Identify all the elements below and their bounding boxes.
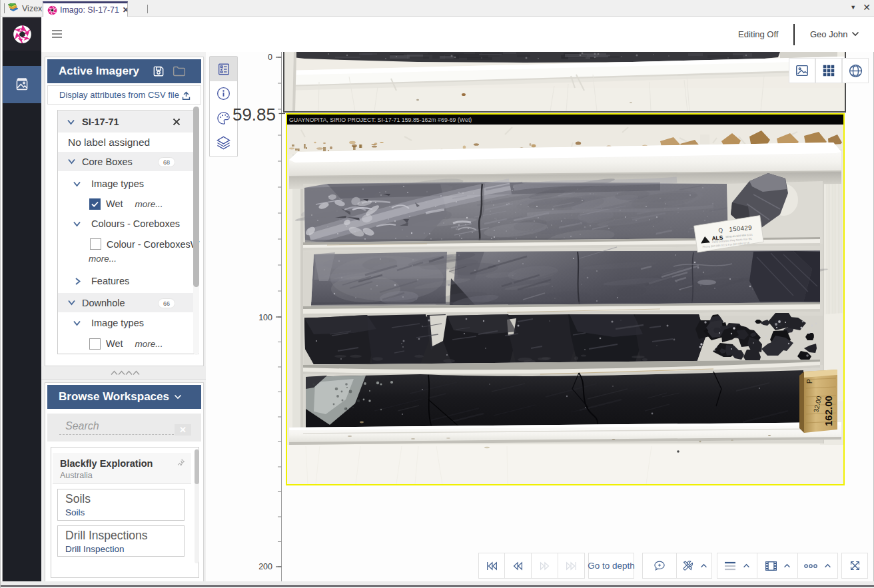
svg-text:GUAYNOPITA, SIRIO PROJECT: SI-: GUAYNOPITA, SIRIO PROJECT: SI-17-71 159.… xyxy=(289,117,472,123)
svg-text:162.00: 162.00 xyxy=(823,396,834,426)
svg-text:P: P xyxy=(806,379,813,384)
svg-text:Q: Q xyxy=(718,226,723,234)
